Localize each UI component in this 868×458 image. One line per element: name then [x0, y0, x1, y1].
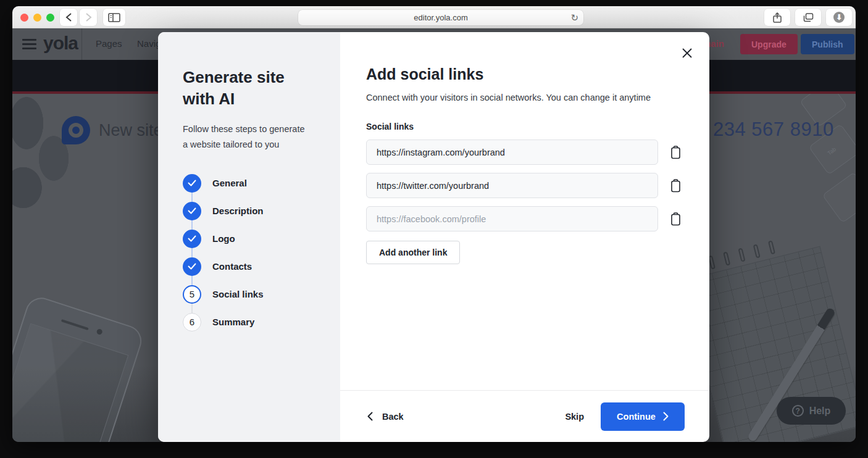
delete-link-button-1[interactable]	[667, 143, 683, 162]
step-list: General Description Logo	[183, 169, 315, 336]
close-modal-button[interactable]	[677, 43, 697, 63]
step-logo[interactable]: Logo	[183, 225, 315, 252]
social-link-input-2[interactable]	[366, 173, 658, 198]
keyboard-key	[822, 172, 856, 223]
social-links-label: Social links	[366, 122, 683, 131]
help-label: Help	[809, 406, 831, 417]
skip-button[interactable]: Skip	[565, 412, 584, 422]
wizard-content-panel: Add social links Connect with your visit…	[340, 32, 709, 442]
site-header: New site	[62, 116, 163, 144]
reload-icon[interactable]: ↻	[570, 13, 578, 22]
step-done-icon	[183, 202, 201, 220]
help-button[interactable]: ? Help	[777, 397, 846, 425]
social-link-input-1[interactable]	[366, 139, 658, 165]
site-phone-number: 234 567 8910	[713, 119, 834, 141]
yola-logo: yola	[43, 33, 78, 54]
close-window-button[interactable]	[20, 14, 28, 22]
browser-chrome: editor.yola.com ↻ ⬇	[12, 6, 856, 28]
address-bar[interactable]: editor.yola.com ↻	[298, 10, 583, 25]
hamburger-menu-button[interactable]	[22, 39, 36, 52]
back-button[interactable]	[60, 9, 77, 26]
trash-icon	[670, 179, 682, 193]
toolbar-divider	[81, 28, 82, 60]
sidebar-icon	[108, 13, 120, 22]
social-link-input-3[interactable]	[366, 206, 658, 231]
publish-button[interactable]: Publish	[801, 34, 854, 54]
close-icon	[681, 47, 693, 59]
step-number: 6	[183, 313, 201, 331]
wizard-footer: Back Skip Continue	[340, 390, 709, 442]
social-link-row	[366, 173, 683, 198]
step-description[interactable]: Description	[183, 197, 315, 225]
step-done-icon	[183, 230, 201, 248]
social-link-row	[366, 206, 683, 231]
plant-photo	[12, 94, 74, 211]
step-general[interactable]: General	[183, 169, 315, 197]
generate-site-modal: Generate site with AI Follow these steps…	[158, 32, 709, 442]
add-another-link-button[interactable]: Add another link	[366, 241, 460, 264]
sidebar-toggle-button[interactable]	[103, 9, 125, 26]
question-mark-icon: ?	[792, 405, 804, 417]
step-number: 5	[183, 285, 201, 304]
site-name: New site	[99, 121, 163, 140]
wizard-steps-panel: Generate site with AI Follow these steps…	[158, 32, 340, 442]
share-icon	[773, 12, 782, 23]
share-button[interactable]	[764, 9, 790, 26]
chevron-left-icon	[367, 412, 373, 421]
step-done-icon	[183, 174, 201, 193]
step-social-links[interactable]: 5 Social links	[183, 280, 315, 308]
step-summary[interactable]: 6 Summary	[183, 308, 315, 336]
smartphone-photo	[12, 294, 146, 442]
tabs-icon	[803, 13, 814, 22]
trash-icon	[670, 212, 682, 226]
chevron-right-icon	[663, 412, 669, 421]
menu-item-pages[interactable]: Pages	[96, 38, 122, 49]
continue-button[interactable]: Continue	[601, 402, 685, 431]
minimize-window-button[interactable]	[33, 14, 41, 22]
step-contacts[interactable]: Contacts	[183, 252, 315, 280]
panel-heading: Add social links	[366, 65, 683, 83]
tabs-button[interactable]	[795, 9, 821, 26]
wizard-subtitle: Follow these steps to generate a website…	[183, 122, 311, 152]
social-link-row	[366, 139, 683, 165]
delete-link-button-2[interactable]	[667, 177, 683, 195]
forward-button[interactable]	[80, 9, 97, 26]
site-logo	[62, 116, 90, 144]
wizard-title: Generate site with AI	[183, 67, 315, 110]
url-text: editor.yola.com	[414, 13, 467, 22]
step-done-icon	[183, 257, 201, 276]
download-icon: ⬇	[833, 12, 845, 23]
browser-window: editor.yola.com ↻ ⬇ yola Pages Navigatio…	[12, 6, 856, 442]
trash-icon	[670, 146, 682, 159]
upgrade-button[interactable]: Upgrade	[740, 34, 798, 54]
back-step-button[interactable]: Back	[367, 412, 404, 422]
chevron-left-icon	[65, 13, 72, 22]
zoom-window-button[interactable]	[46, 14, 54, 22]
delete-link-button-3[interactable]	[667, 210, 683, 228]
downloads-button[interactable]: ⬇	[826, 9, 852, 26]
chevron-right-icon	[85, 13, 92, 22]
traffic-lights	[20, 14, 54, 22]
panel-description: Connect with your visitors in social net…	[366, 93, 683, 102]
